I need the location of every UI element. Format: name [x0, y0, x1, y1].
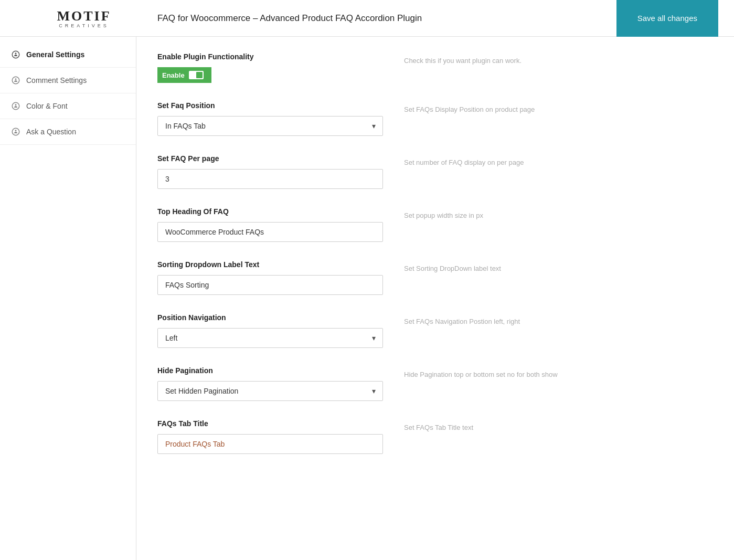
help-faq-per-page: Set number of FAQ display on per page [404, 154, 713, 166]
settings-left-sorting-dropdown: Sorting Dropdown Label Text [157, 260, 383, 295]
toggle-switch [189, 71, 204, 79]
label-enable-plugin: Enable Plugin Functionality [157, 52, 383, 61]
label-position-navigation: Position Navigation [157, 313, 383, 322]
settings-left-faq-position: Set Faq Position In FAQs Tab Before Add … [157, 101, 383, 136]
help-enable-plugin: Check this if you want plugin can work. [404, 52, 713, 65]
save-all-changes-button[interactable]: Save all changes [616, 0, 718, 37]
sidebar-item-general-settings[interactable]: General Settings [0, 42, 136, 68]
settings-left-position-navigation: Position Navigation Left Right Center [157, 313, 383, 348]
settings-left-hide-pagination: Hide Pagination Set Hidden Pagination To… [157, 366, 383, 401]
hide-pagination-select[interactable]: Set Hidden Pagination Top Bottom No [157, 381, 383, 401]
faq-position-select[interactable]: In FAQs Tab Before Add to Cart After Add… [157, 116, 383, 136]
sidebar-item-label-ask-a-question: Ask a Question [26, 128, 76, 136]
app-wrapper: MOTIF CREATIVES FAQ for Woocommerce – Ad… [0, 0, 734, 560]
sidebar-item-label-comment-settings: Comment Settings [26, 76, 87, 84]
settings-row-faq-per-page: Set FAQ Per page Set number of FAQ displ… [157, 154, 713, 189]
label-top-heading: Top Heading Of FAQ [157, 207, 383, 216]
position-navigation-select-wrapper: Left Right Center [157, 328, 383, 348]
enable-toggle-button[interactable]: Enable [157, 67, 211, 83]
comment-settings-icon [10, 75, 21, 86]
settings-row-faqs-tab-title: FAQs Tab Title Set FAQs Tab Title text [157, 419, 713, 454]
logo-area: MOTIF CREATIVES [16, 8, 152, 28]
logo-creatives: CREATIVES [59, 23, 109, 28]
label-hide-pagination: Hide Pagination [157, 366, 383, 375]
page-title: FAQ for Woocommerce – Advanced Product F… [152, 12, 616, 25]
sorting-dropdown-input[interactable] [157, 275, 383, 295]
sidebar-item-label-general-settings: General Settings [26, 50, 84, 59]
sidebar-item-color-font[interactable]: Color & Font [0, 93, 136, 119]
enable-toggle-wrapper: Enable [157, 67, 383, 83]
settings-row-enable-plugin: Enable Plugin Functionality Enable Check… [157, 52, 713, 83]
hide-pagination-select-wrapper: Set Hidden Pagination Top Bottom No [157, 381, 383, 401]
help-position-navigation: Set FAQs Navigation Postion left, right [404, 313, 713, 325]
body: General Settings Comment Settings Color … [0, 37, 734, 560]
help-top-heading: Set popup width size in px [404, 207, 713, 219]
settings-row-sorting-dropdown: Sorting Dropdown Label Text Set Sorting … [157, 260, 713, 295]
top-heading-input[interactable] [157, 222, 383, 242]
sidebar-item-comment-settings[interactable]: Comment Settings [0, 68, 136, 93]
help-sorting-dropdown: Set Sorting DropDown label text [404, 260, 713, 272]
help-faqs-tab-title: Set FAQs Tab Title text [404, 419, 713, 431]
general-settings-icon [10, 49, 21, 60]
settings-left-faq-per-page: Set FAQ Per page [157, 154, 383, 189]
settings-left-faqs-tab-title: FAQs Tab Title [157, 419, 383, 454]
main-content: Enable Plugin Functionality Enable Check… [136, 37, 734, 560]
sidebar-item-label-color-font: Color & Font [26, 102, 68, 110]
label-faq-per-page: Set FAQ Per page [157, 154, 383, 163]
toggle-label: Enable [162, 71, 185, 79]
help-faq-position: Set FAQs Display Position on product pag… [404, 101, 713, 113]
label-faqs-tab-title: FAQs Tab Title [157, 419, 383, 428]
faq-per-page-input[interactable] [157, 169, 383, 189]
label-sorting-dropdown: Sorting Dropdown Label Text [157, 260, 383, 269]
settings-row-faq-position: Set Faq Position In FAQs Tab Before Add … [157, 101, 713, 136]
settings-row-position-navigation: Position Navigation Left Right Center Se… [157, 313, 713, 348]
sidebar-item-ask-a-question[interactable]: Ask a Question [0, 119, 136, 145]
sidebar: General Settings Comment Settings Color … [0, 37, 136, 560]
settings-left-enable-plugin: Enable Plugin Functionality Enable [157, 52, 383, 83]
label-faq-position: Set Faq Position [157, 101, 383, 110]
position-navigation-select[interactable]: Left Right Center [157, 328, 383, 348]
settings-row-hide-pagination: Hide Pagination Set Hidden Pagination To… [157, 366, 713, 401]
settings-row-top-heading: Top Heading Of FAQ Set popup width size … [157, 207, 713, 242]
header: MOTIF CREATIVES FAQ for Woocommerce – Ad… [0, 0, 734, 37]
faq-position-select-wrapper: In FAQs Tab Before Add to Cart After Add… [157, 116, 383, 136]
logo-motif: MOTIF [57, 8, 111, 24]
ask-question-icon [10, 126, 21, 137]
logo: MOTIF CREATIVES [16, 8, 152, 28]
faqs-tab-title-input[interactable] [157, 434, 383, 454]
help-hide-pagination: Hide Pagination top or bottom set no for… [404, 366, 713, 378]
settings-left-top-heading: Top Heading Of FAQ [157, 207, 383, 242]
color-font-icon [10, 101, 21, 111]
